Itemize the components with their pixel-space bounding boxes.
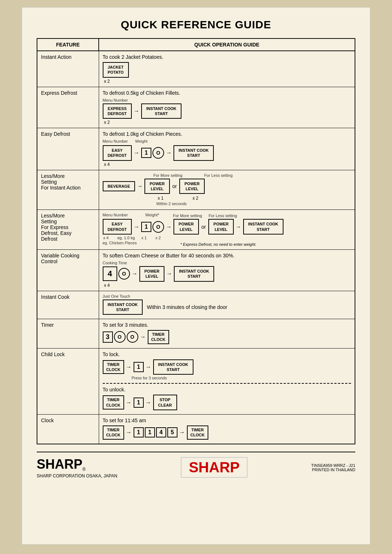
op-desc: To defrost 1.0kg of Chicken Pieces. <box>103 131 351 137</box>
op-less-more-express: Menu Number Weight* For More setting For… <box>99 210 355 250</box>
stop-clear-btn: STOPCLEAR <box>153 395 177 410</box>
op-desc: To set for 3 minutes. <box>103 322 351 328</box>
arrow-icon: → <box>137 183 143 190</box>
x-count: x 4 <box>104 283 351 288</box>
arrow-icon: → <box>132 270 138 277</box>
arrow-icon: → <box>126 399 132 406</box>
feature-less-more-instant: Less/MoreSettingFor Instant Action <box>37 170 99 210</box>
op-desc: To defrost 0.5kg of Chicken Fillets. <box>103 90 351 96</box>
just-one-touch-label: Just One Touch <box>103 294 351 298</box>
arrow-icon: → <box>126 429 132 436</box>
table-row: Timer To set for 3 minutes. 3 O O → TIME… <box>37 319 355 349</box>
arrow-icon: → <box>134 150 139 156</box>
feature-child-lock: Child Lock <box>37 348 99 414</box>
feature-easy-defrost: Easy Defrost <box>37 128 99 170</box>
instant-cook-start-btn: INSTANT COOKSTART <box>173 145 214 161</box>
beverage-btn: BEVERAGE <box>103 181 135 191</box>
num-1-btn: 1 <box>134 427 144 437</box>
menu-number-label: Menu Number <box>103 139 128 143</box>
button-sequence: EASYDEFROST → 1 O → POWERLEVEL or POWERL… <box>103 219 351 235</box>
arrow-icon: → <box>236 224 241 230</box>
lock-sequence: TIMERCLOCK → 1 → INSTANT COOKSTART <box>103 359 351 375</box>
main-title: QUICK REFERENCE GUIDE <box>37 19 355 31</box>
arrow-icon: → <box>166 224 172 230</box>
op-easy-defrost: To defrost 1.0kg of Chicken Pieces. Menu… <box>99 128 355 170</box>
for-more-label: For More setting <box>154 173 183 178</box>
op-less-more-instant: For More setting For Less setting BEVERA… <box>99 170 355 210</box>
feature-less-more-express: Less/MoreSettingFor ExpressDefrost, Easy… <box>37 210 99 250</box>
for-more-label: For More setting <box>173 213 202 218</box>
op-instant-action: To cook 2 Jacket Potatoes. JACKETPOTATO … <box>99 51 355 87</box>
instant-cook-start-btn: INSTANT COOKSTART <box>153 359 193 375</box>
op-desc: To set for 11:45 am <box>103 417 351 423</box>
arrow-icon: → <box>146 364 151 370</box>
op-instant-cook: Just One Touch INSTANT COOKSTART Within … <box>99 291 355 319</box>
arrow-icon: → <box>166 150 172 156</box>
easy-defrost-btn: EASYDEFROST <box>103 145 132 161</box>
guide-table: FEATURE QUICK OPERATION GUIDE Instant Ac… <box>37 38 355 444</box>
x2-label: x 2 <box>155 236 161 240</box>
instant-cook-start-btn: INSTANT COOKSTART <box>103 300 143 315</box>
op-express-defrost: To defrost 0.5kg of Chicken Fillets. Men… <box>99 87 355 128</box>
button-sequence: EASYDEFROST → 1 O → INSTANT COOKSTART <box>103 145 351 161</box>
x-count: x 2 <box>104 79 351 84</box>
table-row: Express Defrost To defrost 0.5kg of Chic… <box>37 87 355 128</box>
press-3s-label: Press for 3 seconds <box>132 376 351 380</box>
x-count: x 1 <box>158 196 164 201</box>
x1-label: x 1 <box>142 236 147 240</box>
footer-right: TINSEA959 WRRZ - J21 PRINTED IN THAILAND <box>311 463 355 472</box>
for-less-label: For Less setting <box>204 173 233 178</box>
print-location: PRINTED IN THAILAND <box>311 468 355 472</box>
col2-header: QUICK OPERATION GUIDE <box>99 38 355 51</box>
timer-clock-btn: TIMERCLOCK <box>103 425 124 440</box>
feature-timer: Timer <box>37 319 99 349</box>
page: QUICK REFERENCE GUIDE FEATURE QUICK OPER… <box>22 7 370 545</box>
op-desc: To cook 2 Jacket Potatoes. <box>103 54 351 60</box>
circle-0-btn2: O <box>127 331 138 343</box>
feature-clock: Clock <box>37 414 99 444</box>
table-row: Less/MoreSettingFor Instant Action For M… <box>37 170 355 210</box>
instant-cook-start-btn: INSTANT COOKSTART <box>141 103 181 119</box>
dashed-divider <box>103 383 351 384</box>
timer-clock-btn: TIMERCLOCK <box>148 330 169 344</box>
arrow-icon: → <box>179 429 185 436</box>
button-sequence: BEVERAGE → POWERLEVEL or POWERLEVEL <box>103 179 351 194</box>
circle-0-btn: O <box>152 147 164 159</box>
easy-defrost-btn: EASYDEFROST <box>103 219 132 235</box>
col1-header: FEATURE <box>37 38 99 51</box>
menu-number-label: Menu Number <box>103 98 351 102</box>
arrow-icon: → <box>140 334 146 340</box>
table-row: Instant Cook Just One Touch INSTANT COOK… <box>37 291 355 319</box>
footer-left: SHARP® SHARP CORPORATION OSAKA, JAPAN <box>37 457 117 478</box>
table-row: Variable CookingControl To soften Cream … <box>37 249 355 291</box>
timer-clock-btn: TIMERCLOCK <box>103 360 124 374</box>
corp-text: SHARP CORPORATION OSAKA, JAPAN <box>37 473 117 478</box>
op-child-lock: To lock. TIMERCLOCK → 1 → INSTANT COOKST… <box>99 348 355 414</box>
power-level-btn1: POWERLEVEL <box>173 219 199 235</box>
power-level-btn1: POWERLEVEL <box>144 179 170 194</box>
feature-instant-action: Instant Action <box>37 51 99 87</box>
feature-express-defrost: Express Defrost <box>37 87 99 128</box>
weight-label: Weight <box>135 139 147 143</box>
model-text: TINSEA959 WRRZ - J21 <box>311 463 355 468</box>
table-row: Child Lock To lock. TIMERCLOCK → 1 → INS… <box>37 348 355 414</box>
sharp-logo-red: SHARP <box>181 457 248 478</box>
button-sequence: JACKETPOTATO <box>103 62 351 78</box>
eg-weight-label: eg. 1.0 kg <box>117 236 135 240</box>
power-level-btn2: POWERLEVEL <box>208 219 234 235</box>
instant-cook-start-btn: INSTANT COOKSTART <box>174 266 214 282</box>
arrow-icon: → <box>146 399 151 406</box>
asterisk-note: * Express Defrost, no need to enter weig… <box>180 242 257 247</box>
sharp-logo-black: SHARP® <box>37 457 117 472</box>
circle-0-btn: O <box>118 268 130 280</box>
num-1-btn: 1 <box>134 398 144 408</box>
op-clock: To set for 11:45 am TIMERCLOCK → 1 1 4 5… <box>99 414 355 444</box>
for-less-label: For Less setting <box>209 213 237 218</box>
to-lock-label: To lock. <box>103 351 351 357</box>
circle-0-btn: O <box>152 221 164 233</box>
op-desc: To soften Cream Cheese or Butter for 40 … <box>103 253 351 258</box>
within-seconds-label: Within 2 seconds <box>156 201 351 206</box>
num-1-btn: 1 <box>141 222 151 232</box>
cooking-time-label: Cooking Time <box>103 261 351 265</box>
num-1-btn: 1 <box>141 148 151 158</box>
